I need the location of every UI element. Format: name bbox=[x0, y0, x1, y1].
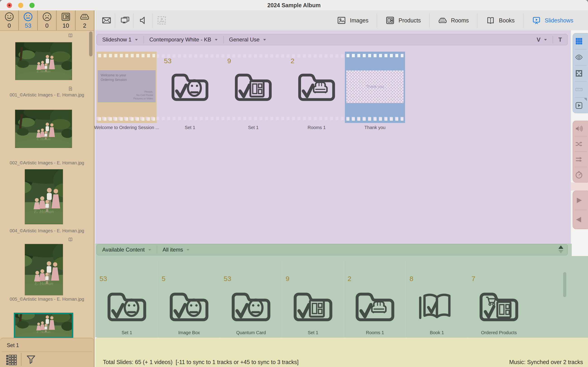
next-button[interactable] bbox=[573, 191, 588, 210]
divider bbox=[115, 13, 115, 28]
view-options-dropdown[interactable]: V bbox=[531, 34, 553, 45]
thumbnail-grid-view-button[interactable] bbox=[5, 354, 17, 365]
filter-neutral-button[interactable]: 53 bbox=[19, 10, 38, 30]
filter-rooms-button[interactable]: 2 bbox=[76, 10, 94, 30]
slide-item-rooms[interactable]: 2 Rooms 1 bbox=[287, 52, 347, 133]
folder-face-icon bbox=[228, 286, 274, 327]
text-tool-button[interactable]: T bbox=[553, 34, 567, 45]
slide-item-set[interactable]: 53 Set 1 bbox=[160, 52, 220, 133]
item-label: Image Box bbox=[153, 330, 225, 335]
content-filter-dropdown[interactable]: Available Content bbox=[97, 244, 157, 255]
content-item-imagebox[interactable]: 5 Image Box bbox=[158, 261, 220, 338]
content-scrollbar[interactable] bbox=[563, 272, 566, 297]
status-left: Total Slides: 65 (+ 1 videos) [-11 to sy… bbox=[103, 341, 298, 367]
image-thumbnail-selected[interactable] bbox=[15, 314, 72, 337]
content-item-quantumcard[interactable]: 53 Quantum Card bbox=[220, 261, 282, 338]
item-label: Set 1 bbox=[91, 330, 162, 335]
happy-face-icon bbox=[4, 12, 15, 22]
filter-sad-button[interactable]: 0 bbox=[38, 10, 56, 30]
image-thumbnail[interactable] bbox=[25, 244, 63, 295]
previous-button[interactable] bbox=[573, 210, 588, 229]
displays-button[interactable] bbox=[120, 15, 130, 25]
items-filter-dropdown[interactable]: All items bbox=[157, 244, 195, 255]
chevron-down-icon bbox=[544, 39, 547, 41]
item-label: Book 1 bbox=[402, 330, 472, 335]
usage-select-dropdown[interactable]: General Use bbox=[224, 34, 272, 45]
slide-filmstrip: Welcome to your Ordering Session Please,… bbox=[97, 52, 405, 133]
expand-up-button[interactable] bbox=[558, 245, 563, 249]
folder-face-icon bbox=[104, 286, 150, 327]
filter-happy-button[interactable]: 0 bbox=[0, 10, 19, 30]
item-label: Ordered Products bbox=[463, 330, 534, 335]
filter-products-button[interactable]: 10 bbox=[56, 10, 75, 30]
content-item-set1-products[interactable]: 9 Set 1 bbox=[282, 261, 344, 338]
image-filename: 001_©Artistic Images - E. Homan.jpg bbox=[0, 92, 94, 98]
books-icon bbox=[486, 16, 495, 25]
transition-button[interactable] bbox=[573, 152, 588, 167]
folder-room-icon bbox=[294, 68, 339, 106]
email-button[interactable] bbox=[101, 15, 112, 25]
tab-images[interactable]: Images bbox=[328, 13, 377, 28]
slide-item-welcome[interactable]: Welcome to your Ordering Session Please,… bbox=[97, 52, 157, 133]
slide-label: Set 1 bbox=[155, 125, 225, 130]
content-item-row: 53 Set 1 5 Image Box 53 Quantum Card 9 S… bbox=[96, 261, 530, 338]
collapse-down-button[interactable] bbox=[558, 250, 563, 253]
chevron-down-icon bbox=[135, 39, 138, 41]
filter-count: 10 bbox=[62, 22, 69, 29]
layout-panes-button[interactable] bbox=[573, 66, 588, 81]
image-thumbnail[interactable] bbox=[15, 110, 72, 148]
neutral-face-icon bbox=[23, 12, 33, 22]
panel-resize-buttons bbox=[558, 245, 563, 253]
slide-count: 2 bbox=[291, 57, 294, 65]
timing-button[interactable] bbox=[573, 167, 588, 182]
slide-item-products[interactable]: 9 Set 1 bbox=[223, 52, 283, 133]
status-bar: Total Slides: 65 (+ 1 videos) [-11 to sy… bbox=[95, 337, 588, 367]
filmstrip-sprockets bbox=[98, 54, 155, 57]
item-label: Rooms 1 bbox=[339, 330, 411, 335]
main-toolbar: Images Products Rooms Books Slideshows bbox=[95, 10, 588, 31]
funnel-icon bbox=[25, 354, 37, 365]
welcome-slide-thumbnail[interactable]: Welcome to your Ordering Session Please,… bbox=[97, 52, 157, 123]
item-count: 7 bbox=[472, 275, 475, 283]
content-item-book1[interactable]: 8 Book 1 bbox=[406, 261, 468, 338]
couch-icon bbox=[79, 12, 90, 22]
image-thumbnail[interactable] bbox=[25, 169, 63, 224]
sidebar-scrollbar[interactable] bbox=[89, 32, 92, 56]
filter-button[interactable] bbox=[25, 354, 37, 365]
content-item-rooms1[interactable]: 2 Rooms 1 bbox=[344, 261, 406, 338]
thankyou-slide-thumbnail[interactable]: Thank you bbox=[345, 52, 405, 123]
mode-switcher: Images Products Rooms Books Slideshows bbox=[328, 10, 582, 30]
item-count: 53 bbox=[224, 275, 231, 283]
tab-rooms[interactable]: Rooms bbox=[429, 13, 477, 28]
corner-options-icon bbox=[584, 98, 587, 101]
slide-item-thankyou[interactable]: Thank you Thank you bbox=[345, 52, 405, 133]
app-window: 2024 Sample Album 0 53 0 10 2 bbox=[0, 0, 588, 367]
sidebar-footer: Set 1 bbox=[0, 338, 94, 367]
product-frame-icon bbox=[61, 12, 71, 22]
audio-button[interactable] bbox=[138, 15, 149, 25]
playback-settings-panel bbox=[573, 121, 588, 183]
right-tool-rail bbox=[571, 30, 588, 244]
preview-button[interactable] bbox=[573, 49, 588, 65]
filmstrip-sprockets bbox=[346, 54, 403, 57]
grid-view-button[interactable] bbox=[573, 33, 588, 49]
style-select-dropdown[interactable]: Contemporary White - KB bbox=[144, 34, 223, 45]
item-count: 8 bbox=[410, 275, 413, 283]
item-label: Set 1 bbox=[277, 330, 348, 335]
content-item-set1[interactable]: 53 Set 1 bbox=[96, 261, 158, 338]
slide-label: Welcome to Ordering Session ... bbox=[92, 125, 161, 130]
image-placeholder-button bbox=[156, 15, 167, 25]
current-set-label: Set 1 bbox=[7, 342, 19, 349]
image-thumbnail[interactable] bbox=[15, 42, 72, 80]
shuffle-button[interactable] bbox=[573, 136, 588, 151]
content-item-ordered-products[interactable]: 7 Ordered Products bbox=[468, 261, 530, 338]
slideshow-select-dropdown[interactable]: Slideshow 1 bbox=[97, 34, 144, 45]
volume-button[interactable] bbox=[573, 121, 588, 136]
rooms-couch-icon bbox=[438, 16, 447, 25]
play-slideshow-button[interactable] bbox=[573, 98, 588, 113]
tab-books[interactable]: Books bbox=[477, 13, 523, 28]
tab-products[interactable]: Products bbox=[377, 13, 429, 28]
tab-slideshows[interactable]: Slideshows bbox=[523, 13, 582, 28]
transparent-band: Thank you bbox=[346, 70, 404, 103]
divider bbox=[152, 13, 153, 28]
